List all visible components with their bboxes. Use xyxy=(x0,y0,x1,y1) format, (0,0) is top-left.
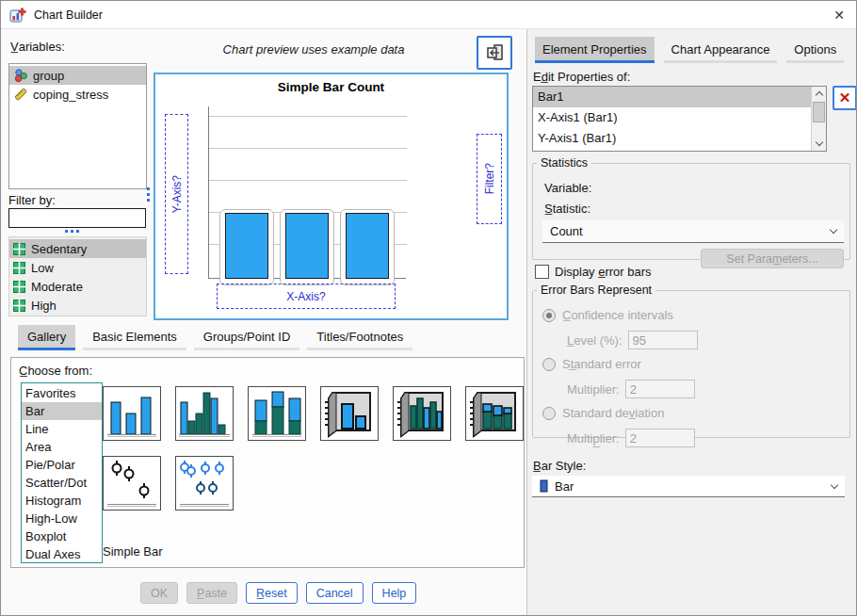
radio-icon[interactable] xyxy=(542,309,556,322)
type-line[interactable]: Line xyxy=(22,420,102,438)
help-button[interactable]: Help xyxy=(372,582,417,604)
radio-icon[interactable] xyxy=(542,407,556,420)
multiplier-input[interactable] xyxy=(625,429,695,447)
preview-note: Chart preview uses example data xyxy=(154,42,474,57)
category-label: Low xyxy=(31,261,54,275)
variable-label: Variable: xyxy=(544,181,591,195)
nominal-variable-icon xyxy=(13,68,28,83)
paste-button[interactable]: P̲aste xyxy=(186,582,237,604)
y-axis-drop-zone[interactable]: Y-Axis? xyxy=(165,114,188,274)
level-row: L̲evel (%): xyxy=(567,331,698,349)
category-list[interactable]: Sedentary Low Moderate High xyxy=(8,236,147,316)
tab-gallery[interactable]: Gallery xyxy=(18,325,75,350)
thumbnail-clustered-bar[interactable] xyxy=(175,386,234,441)
variable-item-coping-stress[interactable]: coping_stress xyxy=(9,85,146,104)
confidence-intervals-option[interactable]: C̲onfidence intervals xyxy=(542,308,673,322)
element-list-scrollbar[interactable] xyxy=(811,87,826,151)
standard-deviation-option[interactable]: Standard dev̲iation xyxy=(542,406,664,420)
reset-button[interactable]: R̲eset xyxy=(246,582,298,604)
builder-tabs: Gallery Basic Elements Groups/Point ID T… xyxy=(18,325,412,350)
standard-error-option[interactable]: St̲andard error xyxy=(542,357,641,371)
thumbnail-simple-3d-bar[interactable] xyxy=(320,386,379,441)
display-error-bars-row[interactable]: Display e̲rror bars xyxy=(535,265,652,279)
multiplier-row: Multip̲lier: xyxy=(567,429,695,447)
preview-chart-title: Simple Bar Count xyxy=(155,80,507,94)
type-pie-polar[interactable]: Pie/Polar xyxy=(22,456,102,474)
checkbox-icon[interactable] xyxy=(535,265,549,279)
type-favorites[interactable]: Favorites xyxy=(22,384,102,402)
radio-icon[interactable] xyxy=(542,358,556,371)
chart-builder-dialog: Chart Builder ✕ V̲ariables: group coping… xyxy=(0,0,857,616)
variables-list[interactable]: group coping_stress xyxy=(8,63,147,189)
panel-arrow-icon xyxy=(484,42,505,63)
category-item[interactable]: Moderate xyxy=(9,277,146,296)
gallery-caption: Simple Bar xyxy=(103,544,163,559)
cancel-button[interactable]: Cancel xyxy=(306,582,364,604)
category-item[interactable]: High xyxy=(9,296,146,315)
scroll-up-icon[interactable] xyxy=(812,87,826,101)
type-bar[interactable]: Bar xyxy=(22,402,102,420)
variable-label: coping_stress xyxy=(33,88,108,102)
splitter-handle[interactable] xyxy=(65,230,79,233)
bar-style-dropdown[interactable]: Bar xyxy=(532,476,845,497)
filter-drop-zone[interactable]: Filter? xyxy=(477,134,502,224)
scrollbar-thumb[interactable] xyxy=(813,102,825,122)
tab-groups-point-id[interactable]: Groups/Point ID xyxy=(194,325,300,350)
tab-basic-elements[interactable]: Basic Elements xyxy=(83,325,186,350)
preview-bar[interactable] xyxy=(225,213,268,279)
type-area[interactable]: Area xyxy=(22,438,102,456)
element-list[interactable]: Bar1 X-Axis1 (Bar1) Y-Axis1 (Bar1) Title… xyxy=(532,86,827,152)
delete-element-icon[interactable]: ✕ xyxy=(833,86,857,110)
statistic-dropdown[interactable]: Count xyxy=(542,220,844,243)
y-axis-zone-label: Y-Axis? xyxy=(170,175,184,213)
tab-chart-appearance[interactable]: Chart Appearance xyxy=(664,37,778,63)
type-scatter-dot[interactable]: Scatter/Dot xyxy=(22,474,102,492)
toggle-properties-button[interactable] xyxy=(477,36,512,70)
thumbnail-simple-error-bar[interactable] xyxy=(103,456,161,511)
preview-bar[interactable] xyxy=(285,213,329,279)
statistics-group: Statistics Variable: S̲tatistic: Count S… xyxy=(532,156,850,260)
chart-type-list[interactable]: Favorites Bar Line Area Pie/Polar Scatte… xyxy=(21,382,103,563)
tab-element-properties[interactable]: Element Properties xyxy=(535,37,655,63)
tab-options[interactable]: Options xyxy=(786,37,844,63)
multiplier-label: Multip̲lier: xyxy=(567,431,620,446)
category-item[interactable]: Low xyxy=(9,258,146,277)
x-axis-drop-zone[interactable]: X-Axis? xyxy=(217,284,396,309)
gridline xyxy=(209,116,407,117)
gallery-panel: C̲hoose from: Favorites Bar Line Area Pi… xyxy=(10,357,525,568)
variable-item-group[interactable]: group xyxy=(9,66,146,85)
thumbnail-clustered-error-bar[interactable] xyxy=(175,456,234,511)
type-histogram[interactable]: Histogram xyxy=(22,492,102,510)
category-item[interactable]: Sedentary xyxy=(9,239,146,258)
type-high-low[interactable]: High-Low xyxy=(22,510,102,527)
multiplier-input[interactable] xyxy=(625,380,695,398)
properties-panel: Element Properties Chart Appearance Opti… xyxy=(526,29,857,616)
preview-bar[interactable] xyxy=(346,213,389,279)
window-title: Chart Builder xyxy=(34,8,103,22)
level-input[interactable] xyxy=(628,331,698,349)
gridline xyxy=(209,148,407,149)
close-icon[interactable]: ✕ xyxy=(826,3,852,27)
app-icon xyxy=(9,7,26,24)
type-boxplot[interactable]: Boxplot xyxy=(22,527,102,545)
statistic-label: S̲tatistic: xyxy=(544,202,590,216)
filter-input[interactable] xyxy=(8,208,146,228)
element-item-y-axis1[interactable]: Y-Axis1 (Bar1) xyxy=(533,128,826,149)
thumbnail-simple-bar[interactable] xyxy=(103,386,161,441)
element-item-title1[interactable]: Title 1 xyxy=(533,149,826,152)
thumbnail-clustered-3d-bar[interactable] xyxy=(393,386,451,441)
element-item-x-axis1[interactable]: X-Axis1 (Bar1) xyxy=(533,107,826,128)
type-dual-axes[interactable]: Dual Axes xyxy=(22,545,102,563)
chart-preview-canvas[interactable]: Simple Bar Count Y-Axis? Filter? X-Axis? xyxy=(154,73,509,320)
element-item-bar1[interactable]: Bar1 xyxy=(533,87,826,107)
set-parameters-button[interactable]: Set Param̲eters... xyxy=(701,249,844,268)
bar-style-label: B̲ar Style: xyxy=(533,459,586,473)
splitter-handle-vertical[interactable] xyxy=(147,187,150,202)
category-icon xyxy=(13,262,25,274)
tab-titles-footnotes[interactable]: Titles/Footnotes xyxy=(307,325,412,350)
thumbnail-stacked-bar[interactable] xyxy=(248,386,306,441)
ok-button[interactable]: OK xyxy=(140,582,178,604)
thumbnail-stacked-3d-bar[interactable] xyxy=(465,386,524,441)
scroll-down-icon[interactable] xyxy=(812,137,826,151)
error-bars-legend: Error Bars Represent xyxy=(537,284,655,297)
